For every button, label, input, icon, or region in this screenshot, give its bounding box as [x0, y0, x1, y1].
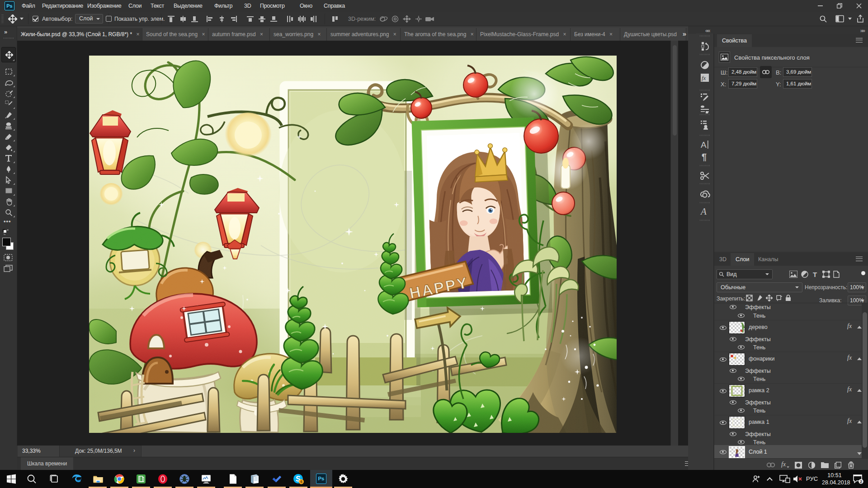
svg-text:2: 2 [860, 479, 862, 484]
svg-text:fx: fx [702, 75, 706, 81]
svg-text:A: A [700, 206, 707, 217]
svg-text:A: A [701, 140, 707, 150]
svg-text:¶: ¶ [702, 152, 707, 162]
svg-text:6: 6 [300, 479, 302, 484]
svg-text:T: T [813, 271, 817, 278]
